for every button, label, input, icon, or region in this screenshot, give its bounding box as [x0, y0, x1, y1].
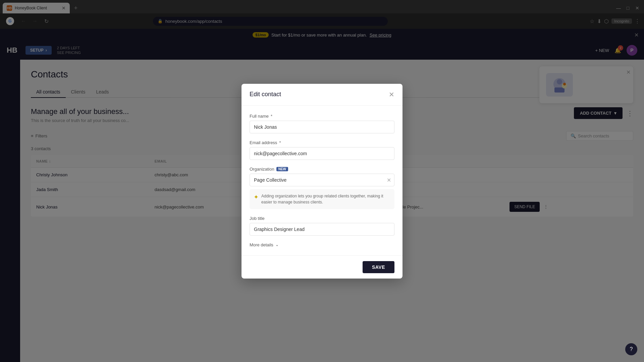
required-marker: *: [271, 114, 272, 119]
modal-body: Full name * Email address * Organization…: [241, 106, 402, 255]
full-name-label: Full name *: [250, 114, 394, 119]
org-input-wrapper: ✕: [250, 174, 394, 186]
chevron-down-icon: ⌄: [275, 242, 279, 247]
sparkle-icon: ✦: [254, 193, 259, 201]
email-input[interactable]: [250, 147, 394, 160]
email-required-marker: *: [279, 140, 281, 145]
org-input[interactable]: [250, 174, 394, 186]
help-button[interactable]: ?: [625, 343, 637, 355]
edit-contact-modal: Edit contact ✕ Full name * Email address…: [241, 84, 402, 279]
more-details-toggle[interactable]: More details ⌄: [250, 242, 394, 247]
modal-header: Edit contact ✕: [241, 84, 402, 106]
save-button[interactable]: SAVE: [363, 261, 394, 273]
email-label: Email address *: [250, 140, 394, 145]
full-name-group: Full name *: [250, 114, 394, 133]
job-title-input[interactable]: [250, 223, 394, 236]
job-title-group: Job title: [250, 216, 394, 236]
modal-overlay[interactable]: Edit contact ✕ Full name * Email address…: [0, 0, 644, 362]
modal-close-button[interactable]: ✕: [389, 90, 394, 99]
full-name-input[interactable]: [250, 121, 394, 133]
new-badge: NEW: [276, 167, 288, 171]
org-clear-button[interactable]: ✕: [387, 177, 391, 183]
modal-title: Edit contact: [250, 91, 281, 98]
email-group: Email address *: [250, 140, 394, 160]
org-hint: ✦ Adding organization lets you group rel…: [250, 189, 394, 209]
more-details-label: More details: [250, 242, 273, 247]
org-group: Organization NEW ✕: [250, 167, 394, 186]
modal-footer: SAVE: [241, 255, 402, 279]
job-title-label: Job title: [250, 216, 394, 221]
org-hint-text: Adding organization lets you group relat…: [261, 193, 390, 205]
org-label: Organization NEW: [250, 167, 394, 172]
